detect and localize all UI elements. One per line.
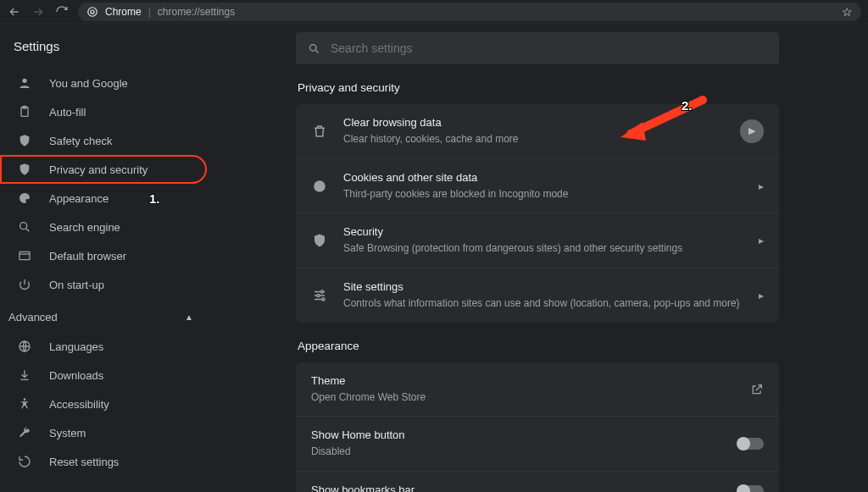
cookie-icon: [311, 178, 328, 195]
sidebar-item-autofill[interactable]: Auto-fill: [0, 97, 207, 126]
settings-sidebar: Settings You and Google Auto-fill Safety…: [0, 24, 207, 492]
row-title: Security: [343, 225, 743, 240]
sidebar-item-label: Languages: [49, 340, 103, 353]
row-title: Site settings: [343, 280, 743, 295]
magnifier-icon: [17, 219, 32, 235]
sidebar-item-safety-check[interactable]: Safety check: [0, 126, 207, 155]
svg-point-9: [310, 44, 317, 51]
row-title: Show Home button: [311, 428, 723, 443]
row-title: Cookies and other site data: [343, 171, 743, 185]
svg-rect-6: [19, 252, 30, 259]
wrench-icon: [17, 425, 32, 440]
row-site-settings[interactable]: Site settings Controls what information …: [296, 268, 779, 323]
omnibox-separator: |: [148, 6, 151, 18]
shield-icon: [311, 232, 328, 249]
row-cookies[interactable]: Cookies and other site data Third-party …: [296, 158, 779, 213]
section-title-privacy: Privacy and security: [296, 81, 779, 94]
sidebar-advanced-toggle[interactable]: Advanced ▲: [0, 299, 207, 332]
section-title-appearance: Appearance: [296, 340, 779, 352]
sidebar-item-privacy-security[interactable]: Privacy and security: [0, 155, 207, 184]
appearance-card: Theme Open Chrome Web Store Show Home bu…: [296, 362, 779, 492]
chrome-icon: [86, 6, 98, 18]
svg-point-1: [91, 9, 94, 13]
restore-icon: [17, 454, 32, 469]
sidebar-item-you-and-google[interactable]: You and Google: [0, 69, 207, 97]
row-title: Theme: [311, 374, 735, 389]
clipboard-icon: [17, 104, 32, 119]
sidebar-item-label: Reset settings: [49, 456, 119, 468]
row-show-bookmarks-bar[interactable]: Show bookmarks bar: [296, 471, 779, 492]
sidebar-item-languages[interactable]: Languages: [0, 332, 207, 361]
toggle-home-button[interactable]: [738, 438, 764, 450]
sidebar-item-label: Default browser: [49, 250, 126, 263]
sidebar-item-label: System: [49, 427, 86, 439]
sidebar-item-label: Auto-fill: [49, 106, 86, 119]
palette-icon: [17, 191, 32, 206]
row-title: Clear browsing data: [343, 116, 725, 130]
chevron-right-icon: ▸: [759, 180, 764, 192]
sidebar-advanced-label: Advanced: [8, 311, 58, 323]
sidebar-item-appearance[interactable]: Appearance: [0, 184, 207, 213]
open-external-icon: [750, 383, 764, 396]
sidebar-item-accessibility[interactable]: Accessibility: [0, 390, 207, 418]
sidebar-title: Settings: [0, 39, 207, 69]
bookmark-star-icon[interactable]: ☆: [842, 5, 853, 19]
row-subtitle: Safe Browsing (protection from dangerous…: [343, 241, 743, 256]
row-subtitle: Clear history, cookies, cache and more: [343, 132, 725, 146]
settings-search-input[interactable]: [331, 41, 767, 55]
sidebar-item-default-browser[interactable]: Default browser: [0, 241, 207, 270]
svg-point-11: [321, 290, 324, 293]
toggle-bookmarks-bar[interactable]: [738, 485, 764, 492]
chevron-right-icon: ▸: [759, 235, 764, 246]
shield-check-icon: [17, 133, 32, 148]
svg-point-10: [314, 180, 326, 192]
browser-icon: [17, 248, 32, 263]
settings-main: Privacy and security Clear browsing data…: [207, 24, 868, 492]
address-bar[interactable]: Chrome | chrome://settings ☆: [78, 3, 861, 21]
tune-icon: [311, 287, 328, 304]
svg-point-8: [24, 398, 26, 401]
row-subtitle: Open Chrome Web Store: [311, 390, 735, 405]
privacy-card: Clear browsing data Clear history, cooki…: [296, 104, 779, 323]
search-icon: [308, 42, 320, 55]
sidebar-item-label: Accessibility: [49, 398, 109, 411]
section-appearance: Appearance Theme Open Chrome Web Store S…: [296, 340, 779, 492]
section-privacy: Privacy and security Clear browsing data…: [296, 81, 779, 323]
sidebar-item-label: You and Google: [49, 77, 128, 90]
sidebar-item-label: Search engine: [49, 221, 120, 234]
sidebar-item-system[interactable]: System: [0, 418, 207, 447]
row-title: Show bookmarks bar: [311, 484, 723, 492]
row-show-home-button[interactable]: Show Home button Disabled: [296, 416, 779, 471]
svg-point-5: [20, 223, 27, 229]
omnibox-url: chrome://settings: [158, 6, 235, 18]
person-icon: [17, 75, 32, 91]
chevron-up-icon: ▲: [185, 312, 193, 322]
download-icon: [17, 368, 32, 383]
svg-point-2: [22, 79, 26, 83]
row-security[interactable]: Security Safe Browsing (protection from …: [296, 213, 779, 268]
sidebar-item-label: Downloads: [49, 369, 103, 382]
browser-chrome-bar: Chrome | chrome://settings ☆: [0, 0, 868, 24]
row-theme[interactable]: Theme Open Chrome Web Store: [296, 362, 779, 417]
reload-button[interactable]: [54, 4, 70, 19]
chevron-right-icon: ▸: [759, 290, 764, 301]
row-clear-browsing-data[interactable]: Clear browsing data Clear history, cooki…: [296, 104, 779, 158]
row-subtitle: Third-party cookies are blocked in Incog…: [343, 187, 743, 202]
globe-icon: [17, 339, 32, 354]
sidebar-item-downloads[interactable]: Downloads: [0, 361, 207, 390]
sidebar-item-label: On start-up: [49, 279, 104, 291]
forward-button: [31, 4, 46, 19]
sidebar-item-label: Appearance: [49, 192, 108, 205]
sidebar-item-reset-settings[interactable]: Reset settings: [0, 447, 207, 476]
accessibility-icon: [17, 396, 32, 412]
settings-search[interactable]: [296, 32, 779, 64]
svg-point-12: [317, 294, 320, 296]
shield-icon: [17, 162, 32, 177]
chevron-right-icon: ▶: [740, 119, 764, 143]
sidebar-item-search-engine[interactable]: Search engine: [0, 213, 207, 241]
svg-point-0: [88, 7, 97, 16]
sidebar-item-on-startup[interactable]: On start-up: [0, 270, 207, 299]
omnibox-app-label: Chrome: [105, 6, 142, 18]
sidebar-item-label: Privacy and security: [49, 163, 147, 176]
back-button[interactable]: [7, 4, 22, 19]
